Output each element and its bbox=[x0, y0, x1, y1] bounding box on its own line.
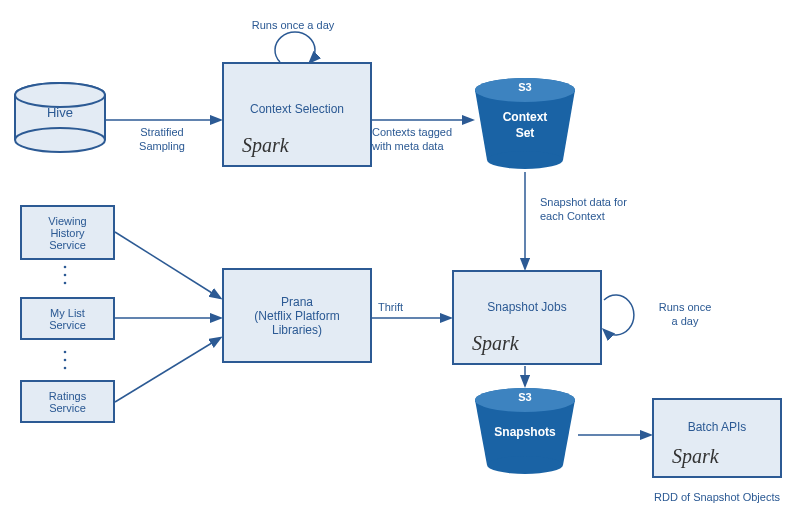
svg-point-15 bbox=[64, 282, 67, 285]
my-list-service-box: My List Service bbox=[20, 297, 115, 340]
prana-label: Prana (Netflix Platform Libraries) bbox=[254, 295, 339, 337]
ratings-service-box: Ratings Service bbox=[20, 380, 115, 423]
edge-label-stratified: Stratified Sampling bbox=[122, 125, 202, 154]
arrow-viewing-history-to-prana bbox=[115, 232, 220, 298]
svg-point-6 bbox=[15, 83, 105, 107]
batch-apis-box: Batch APIs Spark bbox=[652, 398, 782, 478]
snapshot-jobs-label: Snapshot Jobs bbox=[487, 300, 566, 314]
snapshot-jobs-box: Snapshot Jobs Spark bbox=[452, 270, 602, 365]
context-selection-label: Context Selection bbox=[250, 102, 344, 116]
prana-box: Prana (Netflix Platform Libraries) bbox=[222, 268, 372, 363]
snapshots-s3-label: S3 bbox=[508, 390, 542, 404]
hive-label: Hive bbox=[15, 105, 105, 122]
edge-label-runs-day-right: Runs once a day bbox=[640, 300, 730, 329]
svg-point-13 bbox=[64, 266, 67, 269]
svg-point-18 bbox=[64, 367, 67, 370]
context-selection-box: Context Selection Spark bbox=[222, 62, 372, 167]
spark-logo-text: Spark bbox=[472, 332, 519, 355]
context-set-label: Context Set bbox=[500, 110, 550, 141]
svg-point-16 bbox=[64, 351, 67, 354]
viewing-history-service-box: Viewing History Service bbox=[20, 205, 115, 260]
arrow-ratings-to-prana bbox=[115, 338, 220, 402]
svg-point-17 bbox=[64, 359, 67, 362]
context-set-s3-label: S3 bbox=[508, 80, 542, 94]
snapshots-label: Snapshots bbox=[490, 425, 560, 441]
loop-context-selection bbox=[275, 32, 315, 62]
ratings-label: Ratings Service bbox=[49, 390, 86, 414]
edge-label-thrift: Thrift bbox=[378, 300, 438, 314]
spark-logo-text: Spark bbox=[242, 134, 289, 157]
edge-label-runs-day-top: Runs once a day bbox=[228, 18, 358, 32]
viewing-history-label: Viewing History Service bbox=[48, 215, 86, 251]
edge-label-snapshot-data: Snapshot data for each Context bbox=[540, 195, 670, 224]
svg-point-9 bbox=[487, 151, 563, 169]
svg-point-12 bbox=[487, 456, 563, 474]
batch-apis-label: Batch APIs bbox=[688, 420, 747, 434]
svg-point-14 bbox=[64, 274, 67, 277]
edge-label-contexts-tagged: Contexts tagged with meta data bbox=[372, 125, 482, 154]
loop-snapshot-jobs bbox=[604, 295, 634, 335]
spark-logo-text: Spark bbox=[672, 445, 719, 468]
caption-rdd: RDD of Snapshot Objects bbox=[632, 490, 800, 504]
svg-point-5 bbox=[15, 128, 105, 152]
my-list-label: My List Service bbox=[49, 307, 86, 331]
